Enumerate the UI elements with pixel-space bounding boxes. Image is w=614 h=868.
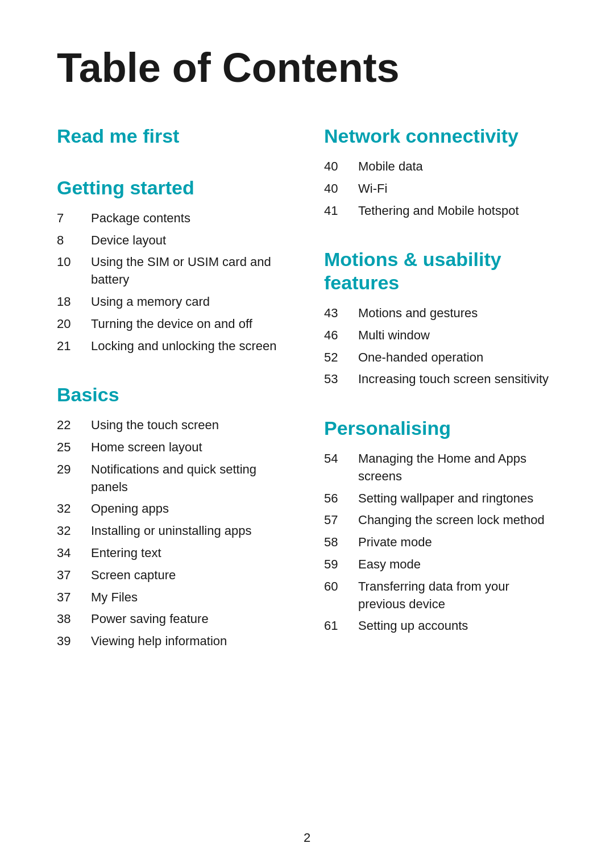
toc-text: Easy mode bbox=[358, 556, 557, 574]
section-title-motions-usability: Motions & usability features bbox=[324, 248, 557, 294]
section-read-me-first: Read me first bbox=[57, 124, 290, 148]
list-item: 59 Easy mode bbox=[324, 556, 557, 574]
toc-number: 39 bbox=[57, 633, 91, 650]
list-item: 54 Managing the Home and Apps screens bbox=[324, 450, 557, 485]
page-title: Table of Contents bbox=[57, 45, 557, 90]
toc-number: 40 bbox=[324, 180, 358, 198]
toc-text: Multi window bbox=[358, 327, 557, 344]
toc-text: Package contents bbox=[91, 210, 290, 227]
list-item: 57 Changing the screen lock method bbox=[324, 512, 557, 529]
toc-number: 41 bbox=[324, 202, 358, 220]
toc-number: 58 bbox=[324, 534, 358, 551]
toc-text: Home screen layout bbox=[91, 439, 290, 456]
toc-number: 20 bbox=[57, 315, 91, 333]
two-column-layout: Read me first Getting started 7 Package … bbox=[57, 124, 557, 679]
list-item: 8 Device layout bbox=[57, 232, 290, 250]
toc-number: 61 bbox=[324, 617, 358, 635]
list-item: 41 Tethering and Mobile hotspot bbox=[324, 202, 557, 220]
section-title-basics: Basics bbox=[57, 383, 290, 406]
right-column: Network connectivity 40 Mobile data 40 W… bbox=[324, 124, 557, 679]
toc-text: Private mode bbox=[358, 534, 557, 551]
list-item: 61 Setting up accounts bbox=[324, 617, 557, 635]
toc-number: 40 bbox=[324, 158, 358, 176]
section-basics: Basics 22 Using the touch screen 25 Home… bbox=[57, 383, 290, 650]
toc-text: Locking and unlocking the screen bbox=[91, 338, 290, 355]
toc-text: Using a memory card bbox=[91, 293, 290, 311]
toc-text: Tethering and Mobile hotspot bbox=[358, 202, 557, 220]
toc-text: Setting up accounts bbox=[358, 617, 557, 635]
list-item: 32 Opening apps bbox=[57, 500, 290, 518]
toc-text: Device layout bbox=[91, 232, 290, 250]
toc-number: 21 bbox=[57, 338, 91, 355]
list-item: 39 Viewing help information bbox=[57, 633, 290, 650]
section-motions-usability: Motions & usability features 43 Motions … bbox=[324, 248, 557, 388]
toc-number: 29 bbox=[57, 461, 91, 479]
left-column: Read me first Getting started 7 Package … bbox=[57, 124, 290, 679]
toc-text: Entering text bbox=[91, 545, 290, 562]
toc-number: 53 bbox=[324, 371, 358, 388]
toc-text: Setting wallpaper and ringtones bbox=[358, 490, 557, 508]
list-item: 10 Using the SIM or USIM card and batter… bbox=[57, 254, 290, 289]
toc-number: 22 bbox=[57, 417, 91, 434]
toc-number: 59 bbox=[324, 556, 358, 574]
section-title-read-me-first: Read me first bbox=[57, 124, 290, 148]
toc-number: 38 bbox=[57, 610, 91, 628]
toc-text: Turning the device on and off bbox=[91, 315, 290, 333]
toc-number: 60 bbox=[324, 578, 358, 596]
toc-text: One-handed operation bbox=[358, 349, 557, 367]
toc-text: Changing the screen lock method bbox=[358, 512, 557, 529]
page: Table of Contents Read me first Getting … bbox=[0, 0, 614, 868]
toc-number: 25 bbox=[57, 439, 91, 456]
list-item: 56 Setting wallpaper and ringtones bbox=[324, 490, 557, 508]
toc-number: 57 bbox=[324, 512, 358, 529]
toc-number: 32 bbox=[57, 500, 91, 518]
toc-text: Power saving feature bbox=[91, 610, 290, 628]
toc-text: Screen capture bbox=[91, 567, 290, 584]
toc-text: Managing the Home and Apps screens bbox=[358, 450, 557, 485]
list-item: 60 Transferring data from your previous … bbox=[324, 578, 557, 613]
section-title-getting-started: Getting started bbox=[57, 176, 290, 200]
list-item: 21 Locking and unlocking the screen bbox=[57, 338, 290, 355]
list-item: 43 Motions and gestures bbox=[324, 305, 557, 322]
toc-number: 8 bbox=[57, 232, 91, 250]
toc-number: 18 bbox=[57, 293, 91, 311]
list-item: 34 Entering text bbox=[57, 545, 290, 562]
toc-text: Increasing touch screen sensitivity bbox=[358, 371, 557, 388]
list-item: 7 Package contents bbox=[57, 210, 290, 227]
toc-number: 56 bbox=[324, 490, 358, 508]
toc-text: Mobile data bbox=[358, 158, 557, 176]
toc-number: 37 bbox=[57, 567, 91, 584]
section-title-network-connectivity: Network connectivity bbox=[324, 124, 557, 148]
list-item: 52 One-handed operation bbox=[324, 349, 557, 367]
list-item: 18 Using a memory card bbox=[57, 293, 290, 311]
toc-text: Notifications and quick setting panels bbox=[91, 461, 290, 496]
toc-number: 10 bbox=[57, 254, 91, 271]
list-item: 40 Mobile data bbox=[324, 158, 557, 176]
list-item: 29 Notifications and quick setting panel… bbox=[57, 461, 290, 496]
toc-number: 54 bbox=[324, 450, 358, 468]
toc-number: 32 bbox=[57, 522, 91, 540]
list-item: 58 Private mode bbox=[324, 534, 557, 551]
list-item: 46 Multi window bbox=[324, 327, 557, 344]
toc-text: Using the SIM or USIM card and battery bbox=[91, 254, 290, 289]
toc-text: Motions and gestures bbox=[358, 305, 557, 322]
list-item: 37 Screen capture bbox=[57, 567, 290, 584]
toc-number: 7 bbox=[57, 210, 91, 227]
list-item: 20 Turning the device on and off bbox=[57, 315, 290, 333]
section-getting-started: Getting started 7 Package contents 8 Dev… bbox=[57, 176, 290, 355]
section-personalising: Personalising 54 Managing the Home and A… bbox=[324, 417, 557, 635]
list-item: 40 Wi-Fi bbox=[324, 180, 557, 198]
toc-number: 46 bbox=[324, 327, 358, 344]
section-title-personalising: Personalising bbox=[324, 417, 557, 440]
toc-text: Opening apps bbox=[91, 500, 290, 518]
toc-text: Viewing help information bbox=[91, 633, 290, 650]
toc-text: Transferring data from your previous dev… bbox=[358, 578, 557, 613]
toc-number: 43 bbox=[324, 305, 358, 322]
toc-number: 34 bbox=[57, 545, 91, 562]
toc-text: My Files bbox=[91, 589, 290, 607]
toc-text: Installing or uninstalling apps bbox=[91, 522, 290, 540]
toc-number: 52 bbox=[324, 349, 358, 367]
page-number: 2 bbox=[0, 830, 614, 845]
toc-text: Using the touch screen bbox=[91, 417, 290, 434]
list-item: 32 Installing or uninstalling apps bbox=[57, 522, 290, 540]
